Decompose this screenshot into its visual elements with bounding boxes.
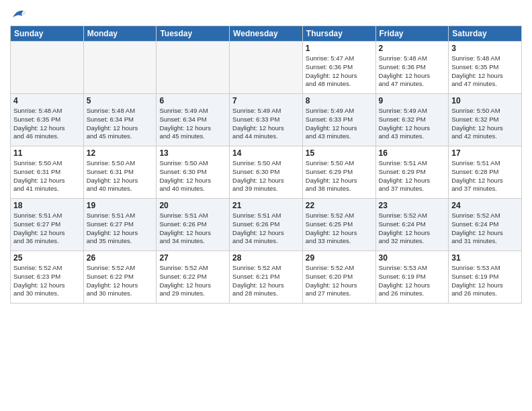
weekday-header-saturday: Saturday [449, 26, 522, 42]
day-info: Sunrise: 5:50 AM Sunset: 6:32 PM Dayligh… [451, 107, 519, 141]
calendar-cell: 1Sunrise: 5:47 AM Sunset: 6:36 PM Daylig… [302, 42, 375, 94]
day-number: 20 [159, 201, 226, 210]
day-number: 28 [232, 253, 300, 263]
day-info: Sunrise: 5:52 AM Sunset: 6:23 PM Dayligh… [13, 264, 81, 298]
day-info: Sunrise: 5:52 AM Sunset: 6:22 PM Dayligh… [87, 264, 154, 298]
day-number: 10 [451, 96, 519, 105]
logo [10, 7, 26, 20]
day-number: 1 [306, 44, 373, 53]
weekday-header-friday: Friday [375, 26, 449, 42]
day-number: 13 [159, 148, 226, 158]
day-number: 22 [306, 201, 373, 210]
day-number: 6 [159, 96, 226, 105]
day-info: Sunrise: 5:49 AM Sunset: 6:33 PM Dayligh… [306, 107, 373, 141]
calendar: SundayMondayTuesdayWednesdayThursdayFrid… [10, 26, 522, 304]
day-number: 19 [87, 201, 154, 210]
empty-cell [83, 42, 157, 94]
day-info: Sunrise: 5:53 AM Sunset: 6:19 PM Dayligh… [379, 264, 446, 298]
calendar-cell: 28Sunrise: 5:52 AM Sunset: 6:21 PM Dayli… [230, 251, 303, 304]
day-info: Sunrise: 5:52 AM Sunset: 6:24 PM Dayligh… [451, 212, 519, 246]
calendar-cell: 13Sunrise: 5:50 AM Sunset: 6:30 PM Dayli… [157, 146, 230, 199]
day-number: 15 [306, 148, 373, 158]
calendar-cell: 24Sunrise: 5:52 AM Sunset: 6:24 PM Dayli… [449, 199, 522, 251]
calendar-cell: 8Sunrise: 5:49 AM Sunset: 6:33 PM Daylig… [302, 94, 375, 146]
day-info: Sunrise: 5:51 AM Sunset: 6:27 PM Dayligh… [13, 212, 81, 246]
day-number: 2 [379, 44, 446, 53]
calendar-cell: 31Sunrise: 5:53 AM Sunset: 6:19 PM Dayli… [449, 251, 522, 304]
calendar-cell: 6Sunrise: 5:49 AM Sunset: 6:34 PM Daylig… [157, 94, 230, 146]
calendar-cell: 7Sunrise: 5:49 AM Sunset: 6:33 PM Daylig… [230, 94, 303, 146]
empty-cell [157, 42, 230, 94]
calendar-cell: 30Sunrise: 5:53 AM Sunset: 6:19 PM Dayli… [375, 251, 449, 304]
calendar-cell: 17Sunrise: 5:51 AM Sunset: 6:28 PM Dayli… [449, 146, 522, 199]
day-info: Sunrise: 5:49 AM Sunset: 6:34 PM Dayligh… [159, 107, 226, 141]
day-info: Sunrise: 5:48 AM Sunset: 6:36 PM Dayligh… [379, 54, 446, 89]
day-info: Sunrise: 5:48 AM Sunset: 6:34 PM Dayligh… [87, 107, 154, 141]
weekday-header-sunday: Sunday [11, 26, 84, 42]
calendar-cell: 15Sunrise: 5:50 AM Sunset: 6:29 PM Dayli… [302, 146, 375, 199]
day-info: Sunrise: 5:51 AM Sunset: 6:29 PM Dayligh… [379, 159, 446, 193]
week-row-1: 1Sunrise: 5:47 AM Sunset: 6:36 PM Daylig… [11, 42, 522, 94]
calendar-cell: 9Sunrise: 5:49 AM Sunset: 6:32 PM Daylig… [375, 94, 449, 146]
day-number: 14 [232, 148, 300, 158]
day-number: 7 [232, 96, 300, 105]
weekday-header-tuesday: Tuesday [157, 26, 230, 42]
weekday-header-row: SundayMondayTuesdayWednesdayThursdayFrid… [11, 26, 522, 42]
day-number: 5 [87, 96, 154, 105]
calendar-cell: 10Sunrise: 5:50 AM Sunset: 6:32 PM Dayli… [449, 94, 522, 146]
calendar-cell: 22Sunrise: 5:52 AM Sunset: 6:25 PM Dayli… [302, 199, 375, 251]
day-info: Sunrise: 5:51 AM Sunset: 6:28 PM Dayligh… [451, 159, 519, 193]
header [10, 7, 522, 20]
day-number: 26 [87, 253, 154, 263]
calendar-cell: 14Sunrise: 5:50 AM Sunset: 6:30 PM Dayli… [230, 146, 303, 199]
weekday-header-wednesday: Wednesday [230, 26, 303, 42]
weekday-header-thursday: Thursday [302, 26, 375, 42]
day-info: Sunrise: 5:50 AM Sunset: 6:31 PM Dayligh… [13, 159, 81, 193]
day-number: 21 [232, 201, 300, 210]
day-info: Sunrise: 5:49 AM Sunset: 6:33 PM Dayligh… [232, 107, 300, 141]
day-number: 9 [379, 96, 446, 105]
day-number: 18 [13, 201, 81, 210]
day-number: 25 [13, 253, 81, 263]
day-number: 27 [159, 253, 226, 263]
calendar-cell: 29Sunrise: 5:52 AM Sunset: 6:20 PM Dayli… [302, 251, 375, 304]
day-number: 8 [306, 96, 373, 105]
day-info: Sunrise: 5:47 AM Sunset: 6:36 PM Dayligh… [306, 54, 373, 89]
day-info: Sunrise: 5:52 AM Sunset: 6:20 PM Dayligh… [306, 264, 373, 298]
day-info: Sunrise: 5:49 AM Sunset: 6:32 PM Dayligh… [379, 107, 446, 141]
day-info: Sunrise: 5:52 AM Sunset: 6:21 PM Dayligh… [232, 264, 300, 298]
calendar-cell: 5Sunrise: 5:48 AM Sunset: 6:34 PM Daylig… [83, 94, 157, 146]
calendar-cell: 20Sunrise: 5:51 AM Sunset: 6:26 PM Dayli… [157, 199, 230, 251]
day-info: Sunrise: 5:51 AM Sunset: 6:26 PM Dayligh… [159, 212, 226, 246]
day-number: 17 [451, 148, 519, 158]
day-number: 29 [306, 253, 373, 263]
day-number: 16 [379, 148, 446, 158]
day-number: 4 [13, 96, 81, 105]
day-info: Sunrise: 5:48 AM Sunset: 6:35 PM Dayligh… [451, 54, 519, 89]
calendar-cell: 19Sunrise: 5:51 AM Sunset: 6:27 PM Dayli… [83, 199, 157, 251]
week-row-3: 11Sunrise: 5:50 AM Sunset: 6:31 PM Dayli… [11, 146, 522, 199]
day-info: Sunrise: 5:50 AM Sunset: 6:30 PM Dayligh… [159, 159, 226, 193]
day-info: Sunrise: 5:50 AM Sunset: 6:30 PM Dayligh… [232, 159, 300, 193]
day-info: Sunrise: 5:52 AM Sunset: 6:25 PM Dayligh… [306, 212, 373, 246]
calendar-cell: 12Sunrise: 5:50 AM Sunset: 6:31 PM Dayli… [83, 146, 157, 199]
weekday-header-monday: Monday [83, 26, 157, 42]
day-number: 31 [451, 253, 519, 263]
calendar-cell: 23Sunrise: 5:52 AM Sunset: 6:24 PM Dayli… [375, 199, 449, 251]
week-row-4: 18Sunrise: 5:51 AM Sunset: 6:27 PM Dayli… [11, 199, 522, 251]
day-info: Sunrise: 5:48 AM Sunset: 6:35 PM Dayligh… [13, 107, 81, 141]
calendar-cell: 26Sunrise: 5:52 AM Sunset: 6:22 PM Dayli… [83, 251, 157, 304]
day-number: 24 [451, 201, 519, 210]
day-info: Sunrise: 5:52 AM Sunset: 6:22 PM Dayligh… [159, 264, 226, 298]
day-info: Sunrise: 5:51 AM Sunset: 6:26 PM Dayligh… [232, 212, 300, 246]
day-info: Sunrise: 5:53 AM Sunset: 6:19 PM Dayligh… [451, 264, 519, 298]
calendar-cell: 25Sunrise: 5:52 AM Sunset: 6:23 PM Dayli… [11, 251, 84, 304]
day-info: Sunrise: 5:50 AM Sunset: 6:31 PM Dayligh… [87, 159, 154, 193]
empty-cell [230, 42, 303, 94]
calendar-cell: 27Sunrise: 5:52 AM Sunset: 6:22 PM Dayli… [157, 251, 230, 304]
calendar-cell: 21Sunrise: 5:51 AM Sunset: 6:26 PM Dayli… [230, 199, 303, 251]
calendar-cell: 11Sunrise: 5:50 AM Sunset: 6:31 PM Dayli… [11, 146, 84, 199]
week-row-5: 25Sunrise: 5:52 AM Sunset: 6:23 PM Dayli… [11, 251, 522, 304]
calendar-cell: 3Sunrise: 5:48 AM Sunset: 6:35 PM Daylig… [449, 42, 522, 94]
page: SundayMondayTuesdayWednesdayThursdayFrid… [0, 0, 532, 411]
